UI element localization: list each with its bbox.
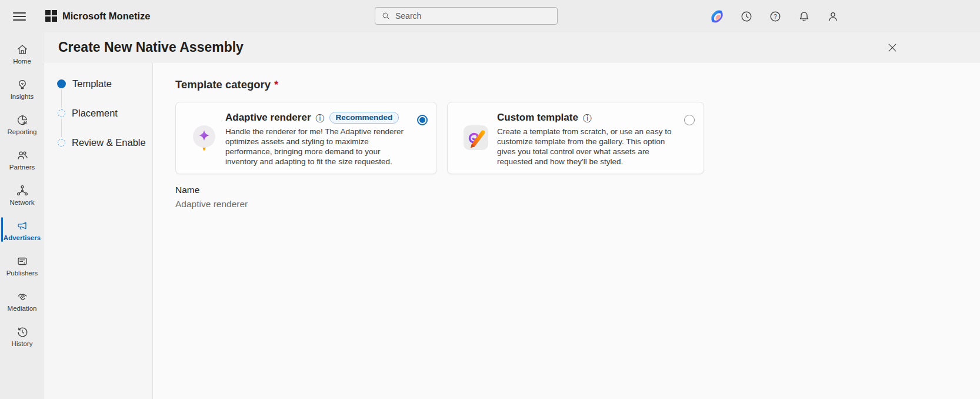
step-current-dot: [57, 79, 66, 88]
option-title: Custom template: [497, 112, 578, 124]
sidebar-item-mediation[interactable]: Mediation: [0, 283, 44, 318]
pen-icon: [462, 124, 490, 152]
search-input[interactable]: [395, 11, 552, 21]
top-app-bar: Microsoft Monetize: [0, 0, 980, 32]
dialog-content: Template category* Adaptive: [153, 63, 980, 399]
notifications-icon[interactable]: [796, 8, 812, 25]
template-option-adaptive-renderer[interactable]: Adaptive renderer ⓘ Recommended Handle t…: [175, 102, 437, 174]
network-icon: [16, 184, 29, 197]
option-title: Adaptive renderer: [225, 112, 311, 124]
create-native-assembly-dialog: Create New Native Assembly Template Plac…: [44, 32, 980, 399]
sidebar-item-home[interactable]: Home: [0, 36, 44, 71]
sidebar-item-partners[interactable]: Partners: [0, 142, 44, 177]
sidebar-item-advertisers[interactable]: Advertisers: [0, 212, 44, 248]
publishers-icon: [16, 255, 29, 268]
step-pending-dot: [58, 139, 65, 147]
insights-icon: [16, 78, 29, 91]
step-pending-dot: [58, 109, 65, 117]
mediation-icon: [16, 290, 29, 303]
step-connector: [61, 89, 62, 108]
reporting-icon: [16, 114, 29, 127]
option-description: Create a template from scratch, or use a…: [497, 127, 680, 167]
template-category-heading: Template category*: [175, 78, 980, 91]
history-clock-icon[interactable]: [738, 8, 755, 25]
microsoft-logo-icon: [45, 10, 58, 22]
name-field: Name Adaptive renderer: [175, 185, 980, 210]
sparkle-icon: [190, 124, 218, 152]
history-icon: [16, 325, 29, 338]
template-option-custom-template[interactable]: Custom template ⓘ Create a template from…: [447, 102, 704, 174]
option-description: Handle the renderer for me! The Adaptive…: [225, 127, 413, 167]
close-icon[interactable]: [885, 40, 900, 55]
info-icon[interactable]: ⓘ: [316, 114, 325, 122]
step-review-enable[interactable]: Review & Enable: [57, 137, 152, 148]
sidebar-item-network[interactable]: Network: [0, 177, 44, 212]
svg-text:?: ?: [774, 13, 777, 19]
search-icon: [381, 11, 391, 21]
left-nav: Home Insights Reporting Partners Network…: [0, 32, 44, 399]
recommended-badge: Recommended: [329, 112, 399, 124]
partners-icon: [16, 149, 29, 162]
name-label: Name: [175, 185, 980, 195]
home-icon: [16, 43, 29, 56]
step-placement[interactable]: Placement: [57, 108, 152, 119]
radio-custom-template-unselected[interactable]: [684, 115, 695, 125]
dialog-header: Create New Native Assembly: [44, 32, 980, 62]
required-asterisk: *: [274, 78, 278, 91]
menu-icon[interactable]: [13, 9, 27, 24]
name-value: Adaptive renderer: [175, 199, 980, 210]
copilot-icon[interactable]: [709, 8, 726, 25]
step-connector: [61, 119, 62, 137]
sidebar-item-reporting[interactable]: Reporting: [0, 107, 44, 142]
sidebar-item-insights[interactable]: Insights: [0, 71, 44, 107]
sidebar-item-publishers[interactable]: Publishers: [0, 248, 44, 283]
account-icon[interactable]: [825, 8, 841, 25]
radio-adaptive-renderer-selected[interactable]: [417, 115, 428, 125]
sidebar-item-history[interactable]: History: [0, 318, 44, 354]
global-search[interactable]: [375, 7, 558, 25]
info-icon[interactable]: ⓘ: [583, 114, 592, 122]
advertisers-icon: [16, 220, 29, 232]
dialog-title: Create New Native Assembly: [58, 39, 244, 55]
help-icon[interactable]: ?: [767, 8, 784, 25]
wizard-steps: Template Placement Review & Enable: [44, 63, 153, 399]
step-template[interactable]: Template: [57, 78, 152, 89]
app-title: Microsoft Monetize: [62, 11, 150, 22]
